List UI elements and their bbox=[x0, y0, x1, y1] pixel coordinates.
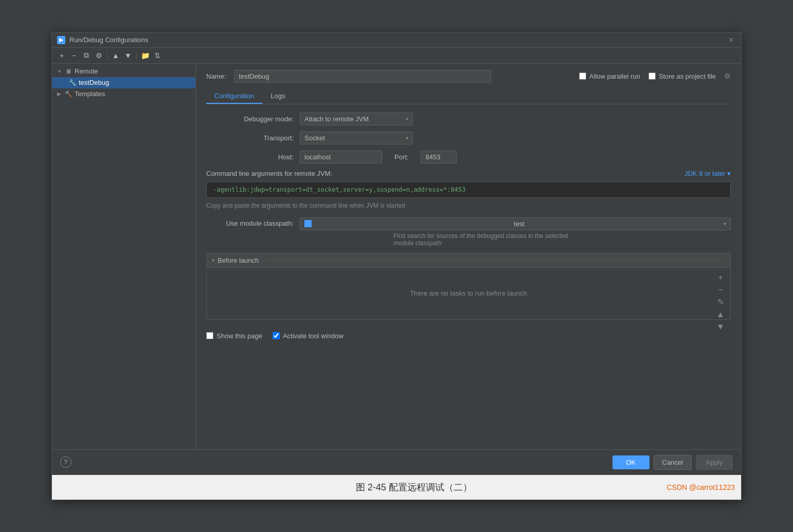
store-as-project-checkbox-label[interactable]: Store as project file bbox=[648, 72, 716, 80]
left-panel: ▾ 🖥 Remote 🔧 testDebug ▶ 🔨 Templates bbox=[52, 64, 196, 449]
activate-tool-checkbox[interactable] bbox=[273, 332, 280, 339]
ok-button[interactable]: OK bbox=[612, 455, 650, 469]
allow-parallel-checkbox[interactable] bbox=[579, 72, 586, 80]
module-classpath-row: Use module classpath: test ▾ First searc… bbox=[206, 217, 731, 247]
name-row: Name: Allow parallel run Store as projec… bbox=[206, 70, 731, 83]
store-as-project-checkbox[interactable] bbox=[648, 72, 656, 80]
tab-logs[interactable]: Logs bbox=[262, 89, 293, 104]
caption-main: 图 2-45 配置远程调试（二） bbox=[161, 481, 667, 493]
cancel-button[interactable]: Cancel bbox=[654, 455, 692, 470]
tree-remote-item[interactable]: ▾ 🖥 Remote bbox=[52, 66, 195, 77]
module-classpath-arrow-icon: ▾ bbox=[724, 221, 726, 227]
host-input[interactable] bbox=[300, 151, 382, 163]
remote-folder-icon: 🖥 bbox=[64, 67, 73, 76]
tabs: Configuration Logs bbox=[206, 89, 731, 104]
bottom-options: Show this page Activate tool window bbox=[206, 328, 731, 340]
folder-button[interactable]: 📁 bbox=[139, 50, 151, 61]
before-launch-add-button[interactable]: + bbox=[715, 272, 726, 283]
allow-parallel-checkbox-label[interactable]: Allow parallel run bbox=[579, 72, 640, 80]
move-down-button[interactable]: ▼ bbox=[122, 50, 134, 61]
module-classpath-label: Use module classpath: bbox=[206, 217, 294, 227]
transport-dropdown[interactable]: Socket ▾ bbox=[300, 132, 413, 144]
port-input[interactable] bbox=[421, 151, 457, 163]
caption-right: CSDN @carrot11223 bbox=[667, 483, 735, 491]
tree-testdebug-item[interactable]: 🔧 testDebug bbox=[52, 77, 195, 88]
right-panel: Name: Allow parallel run Store as projec… bbox=[196, 64, 741, 449]
tree-templates-item[interactable]: ▶ 🔨 Templates bbox=[52, 88, 195, 100]
before-launch-arrow-icon: ▾ bbox=[212, 258, 214, 263]
cmdline-header: Command line arguments for remote JVM: J… bbox=[206, 170, 731, 177]
show-page-checkbox[interactable] bbox=[206, 332, 213, 339]
transport-label: Transport: bbox=[206, 134, 294, 142]
debugger-mode-arrow-icon: ▾ bbox=[406, 116, 408, 122]
testdebug-icon: 🔧 bbox=[68, 79, 77, 87]
before-launch-edit-button[interactable]: ✎ bbox=[715, 297, 726, 308]
settings-config-button[interactable]: ⚙ bbox=[93, 50, 104, 61]
footer-buttons: OK Cancel Apply bbox=[612, 455, 733, 470]
host-label: Host: bbox=[206, 153, 294, 161]
activate-tool-checkbox-label[interactable]: Activate tool window bbox=[273, 332, 344, 340]
apply-button[interactable]: Apply bbox=[696, 455, 733, 470]
debugger-mode-row: Debugger mode: Attach to remote JVM ▾ bbox=[206, 113, 731, 125]
module-classpath-dropdown[interactable]: test ▾ bbox=[300, 217, 731, 230]
footer: ? OK Cancel Apply bbox=[52, 449, 741, 475]
debugger-mode-value: Attach to remote JVM bbox=[304, 115, 369, 123]
host-port-group: Port: bbox=[300, 151, 457, 163]
cmdline-value: -agentlib:jdwp=transport=dt_socket,serve… bbox=[206, 181, 731, 198]
transport-row: Transport: Socket ▾ bbox=[206, 132, 731, 144]
debugger-mode-label: Debugger mode: bbox=[206, 115, 294, 123]
module-hint: First search for sources of the debugged… bbox=[300, 232, 731, 247]
help-button[interactable]: ? bbox=[60, 456, 71, 468]
templates-icon: 🔨 bbox=[64, 90, 73, 98]
app-icon: ▶ bbox=[57, 36, 65, 44]
toolbar-separator-2 bbox=[136, 51, 137, 60]
before-launch-divider bbox=[266, 260, 725, 261]
name-options: Allow parallel run Store as project file… bbox=[579, 72, 731, 80]
toolbar: + − ⧉ ⚙ ▲ ▼ 📁 ⇅ bbox=[52, 48, 741, 64]
allow-parallel-label: Allow parallel run bbox=[589, 72, 640, 80]
tree-expand-arrow: ▾ bbox=[56, 68, 62, 75]
move-up-button[interactable]: ▲ bbox=[110, 50, 121, 61]
before-launch-down-button[interactable]: ▼ bbox=[715, 321, 726, 333]
remove-config-button[interactable]: − bbox=[68, 50, 80, 61]
main-content: ▾ 🖥 Remote 🔧 testDebug ▶ 🔨 Templates Nam… bbox=[52, 64, 741, 449]
name-input[interactable] bbox=[234, 70, 491, 83]
transport-value: Socket bbox=[304, 134, 325, 142]
close-button[interactable]: × bbox=[729, 36, 736, 44]
templates-label: Templates bbox=[75, 90, 105, 98]
copy-config-button[interactable]: ⧉ bbox=[81, 50, 92, 61]
tree-templates-arrow: ▶ bbox=[56, 91, 62, 97]
debugger-mode-dropdown[interactable]: Attach to remote JVM ▾ bbox=[300, 113, 413, 125]
before-launch-section: ▾ Before launch There are no tasks to ru… bbox=[206, 253, 731, 320]
title-bar: ▶ Run/Debug Configurations × bbox=[52, 33, 741, 48]
jdk-link[interactable]: JDK 9 or later ▾ bbox=[684, 170, 731, 177]
store-as-project-label: Store as project file bbox=[659, 72, 716, 80]
module-icon bbox=[304, 220, 312, 227]
cmdline-title: Command line arguments for remote JVM: bbox=[206, 170, 332, 177]
testdebug-label: testDebug bbox=[79, 79, 109, 86]
module-classpath-value: test bbox=[514, 220, 525, 228]
toolbar-separator bbox=[107, 51, 107, 60]
before-launch-up-button[interactable]: ▲ bbox=[715, 309, 726, 320]
before-launch-remove-button[interactable]: − bbox=[715, 284, 726, 296]
remote-label: Remote bbox=[75, 67, 98, 75]
sort-button[interactable]: ⇅ bbox=[152, 50, 163, 61]
window-title: Run/Debug Configurations bbox=[69, 36, 148, 44]
project-file-gear-icon[interactable]: ⚙ bbox=[724, 72, 731, 80]
show-page-checkbox-label[interactable]: Show this page bbox=[206, 332, 262, 340]
no-tasks-msg: There are no tasks to run before launch bbox=[410, 289, 527, 297]
transport-arrow-icon: ▾ bbox=[406, 135, 408, 141]
add-config-button[interactable]: + bbox=[56, 50, 67, 61]
cmdline-section: Command line arguments for remote JVM: J… bbox=[206, 170, 731, 209]
host-port-row: Host: Port: bbox=[206, 151, 731, 163]
before-launch-actions: + − ✎ ▲ ▼ bbox=[715, 272, 726, 333]
before-launch-header[interactable]: ▾ Before launch bbox=[207, 253, 730, 268]
name-field-label: Name: bbox=[206, 72, 226, 80]
caption-bar: 图 2-45 配置远程调试（二） CSDN @carrot11223 bbox=[52, 475, 741, 500]
activate-tool-label: Activate tool window bbox=[283, 332, 344, 340]
before-launch-body: There are no tasks to run before launch … bbox=[207, 268, 730, 319]
tab-configuration[interactable]: Configuration bbox=[206, 89, 262, 104]
port-label: Port: bbox=[394, 153, 408, 161]
cmdline-hint: Copy and paste the arguments to the comm… bbox=[206, 202, 731, 209]
show-page-label: Show this page bbox=[217, 332, 262, 340]
